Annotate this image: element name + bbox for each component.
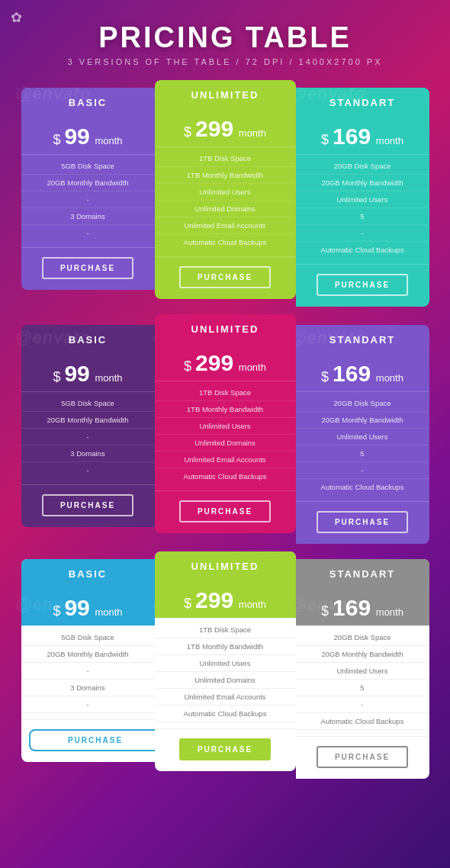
feature-item: Automatic Cloud Backups [155,234,296,250]
feature-item: 3 Domains [21,445,155,462]
price-display-v3-standart: $ 169 month [321,599,403,619]
plan-price-v2-standart: $ 169 month [296,353,429,391]
feature-item: - [21,462,155,478]
feature-item: Automatic Cloud Backups [155,468,296,484]
feature-item: 5 [296,680,429,696]
plan-name-v3-standart: STANDART [304,568,422,580]
price-display-v2-basic: $ 99 month [53,365,122,385]
feature-item: 5GB Disk Space [21,629,155,646]
feature-item: Unlimited Users [155,418,296,435]
plan-card-v3-unlimited: UNLIMITED $ 299 month 1TB Disk Space 1TB… [155,551,296,771]
pricing-section-v1: BASIC $ 99 month 5GB Disk Space 20GB Mon… [0,74,450,314]
feature-item: Automatic Cloud Backups [296,242,429,258]
plan-features-v3-basic: 5GB Disk Space 20GB Monthly Bandwidth - … [21,625,155,720]
pricing-section-v2: BASIC $ 99 month 5GB Disk Space 20GB Mon… [0,314,450,551]
plan-card-v3-standart: STANDART $ 169 month 20GB Disk Space 20G… [296,559,429,779]
plan-card-v1-standart: STANDART $ 169 month 20GB Disk Space 20G… [296,88,429,307]
plan-price-v2-basic: $ 99 month [21,353,155,391]
feature-item: 5GB Disk Space [21,158,155,175]
purchase-button-v3-basic[interactable]: PURCHASE [29,729,155,751]
price-display-v2-unlimited: $ 299 month [184,354,266,375]
plan-footer-v3-basic: PURCHASE [21,720,155,762]
feature-item: 1TB Disk Space [155,622,296,638]
plan-price-v1-standart: $ 169 month [296,116,429,154]
plan-features-v1-unlimited: 1TB Disk Space 1TB Monthly Bandwidth Unl… [155,146,296,257]
plan-card-v1-basic: BASIC $ 99 month 5GB Disk Space 20GB Mon… [21,88,155,290]
feature-item: 20GB Monthly Bandwidth [21,646,155,663]
price-display-v1-standart: $ 169 month [321,127,403,148]
plan-footer-v2-basic: PURCHASE [21,485,155,527]
price-display-v2-standart: $ 169 month [321,365,403,385]
feature-item: 5 [296,445,429,462]
feature-item: - [296,225,429,242]
plan-name-v1-standart: STANDART [304,97,422,108]
logo-icon: ✿ [11,9,22,26]
plan-name-v3-basic: BASIC [29,568,147,580]
feature-item: 3 Domains [21,680,155,696]
purchase-button-v2-unlimited[interactable]: PURCHASE [179,500,271,522]
purchase-button-v1-basic[interactable]: PURCHASE [42,257,133,279]
feature-item: 1TB Disk Space [155,384,296,401]
feature-item: - [296,462,429,479]
plan-name-v2-unlimited: UNLIMITED [162,323,288,335]
purchase-button-v1-unlimited[interactable]: PURCHASE [179,266,271,288]
feature-item: Unlimited Users [296,663,429,680]
plan-features-v2-standart: 20GB Disk Space 20GB Monthly Bandwidth U… [296,391,429,502]
feature-item: 20GB Monthly Bandwidth [296,412,429,429]
plan-price-v1-unlimited: $ 299 month [155,108,296,146]
plan-card-v1-unlimited: UNLIMITED $ 299 month 1TB Disk Space 1TB… [155,80,296,299]
plan-card-v2-standart: STANDART $ 169 month 20GB Disk Space 20G… [296,325,429,544]
feature-item: 20GB Monthly Bandwidth [21,175,155,191]
plan-name-v2-basic: BASIC [29,334,147,346]
pricing-section-v3: BASIC $ 99 month 5GB Disk Space 20GB Mon… [0,551,450,794]
plan-price-v3-standart: $ 169 month [296,587,429,625]
plan-features-v2-unlimited: 1TB Disk Space 1TB Monthly Bandwidth Unl… [155,381,296,491]
feature-item: Unlimited Email Accounts [155,689,296,706]
feature-item: 20GB Monthly Bandwidth [296,175,429,191]
plan-features-v1-standart: 20GB Disk Space 20GB Monthly Bandwidth U… [296,154,429,265]
plan-footer-v2-standart: PURCHASE [296,502,429,544]
plan-card-v3-basic: BASIC $ 99 month 5GB Disk Space 20GB Mon… [21,559,155,762]
feature-item: Unlimited Users [155,655,296,672]
feature-item: Unlimited Users [296,429,429,445]
price-display-v1-basic: $ 99 month [53,127,122,148]
feature-item: - [21,191,155,208]
plan-footer-v1-standart: PURCHASE [296,265,429,307]
plan-header-v3-unlimited: UNLIMITED [155,551,296,580]
feature-item: Unlimited Email Accounts [155,452,296,468]
feature-item: 5 [296,208,429,225]
feature-item: 20GB Disk Space [296,629,429,646]
feature-item: Unlimited Domains [155,201,296,217]
feature-item: 1TB Disk Space [155,150,296,167]
purchase-button-v3-unlimited[interactable]: PURCHASE [179,738,271,760]
plan-footer-v1-basic: PURCHASE [21,248,155,290]
feature-item: Unlimited Domains [155,672,296,689]
plan-header-v3-basic: BASIC [21,559,155,587]
plan-name-v3-unlimited: UNLIMITED [162,561,288,572]
plan-header-v2-standart: STANDART [296,325,429,353]
feature-item: Unlimited Users [155,184,296,201]
plan-price-v3-basic: $ 99 month [21,587,155,625]
plan-features-v2-basic: 5GB Disk Space 20GB Monthly Bandwidth - … [21,391,155,485]
feature-item: - [21,696,155,713]
plan-card-v2-basic: BASIC $ 99 month 5GB Disk Space 20GB Mon… [21,325,155,527]
logo-area: ✿ [11,9,22,26]
feature-item: Unlimited Email Accounts [155,217,296,234]
purchase-button-v2-standart[interactable]: PURCHASE [317,511,408,533]
feature-item: 1TB Monthly Bandwidth [155,638,296,655]
feature-item: - [296,696,429,713]
feature-item: Unlimited Domains [155,435,296,452]
feature-item: - [21,429,155,445]
plan-price-v3-unlimited: $ 299 month [155,580,296,618]
feature-item: 20GB Monthly Bandwidth [21,412,155,429]
feature-item: 1TB Monthly Bandwidth [155,401,296,418]
plan-header-v1-unlimited: UNLIMITED [155,80,296,108]
plan-footer-v1-unlimited: PURCHASE [155,257,296,299]
purchase-button-v3-standart[interactable]: PURCHASE [317,746,408,768]
purchase-button-v1-standart[interactable]: PURCHASE [317,274,408,296]
feature-item: 20GB Disk Space [296,395,429,412]
feature-item: - [21,663,155,680]
feature-item: 3 Domains [21,208,155,225]
plan-header-v2-unlimited: UNLIMITED [155,314,296,342]
purchase-button-v2-basic[interactable]: PURCHASE [42,494,133,516]
